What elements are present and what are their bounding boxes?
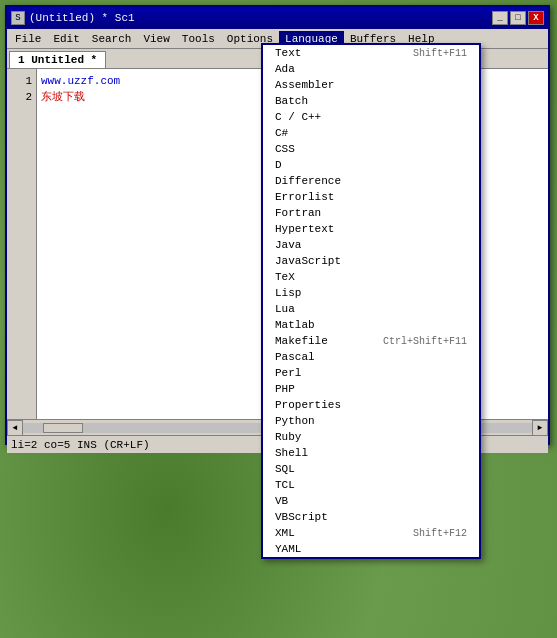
language-label: Python [275, 415, 315, 427]
language-item-lisp[interactable]: Lisp [263, 285, 479, 301]
language-label: Matlab [275, 319, 315, 331]
window-title: (Untitled) * Sc1 [29, 12, 135, 24]
language-item-c---c--[interactable]: C / C++ [263, 109, 479, 125]
line-numbers: 1 2 [7, 69, 37, 419]
shortcut-label: Shift+F12 [413, 528, 467, 539]
language-label: YAML [275, 543, 301, 555]
minimize-button[interactable]: _ [492, 11, 508, 25]
language-label: JavaScript [275, 255, 341, 267]
language-item-makefile[interactable]: MakefileCtrl+Shift+F11 [263, 333, 479, 349]
language-label: Makefile [275, 335, 328, 347]
scroll-left-button[interactable]: ◄ [7, 420, 23, 436]
language-item-assembler[interactable]: Assembler [263, 77, 479, 93]
window-controls: _ □ X [492, 11, 544, 25]
menu-edit[interactable]: Edit [47, 31, 85, 47]
language-label: Assembler [275, 79, 334, 91]
language-label: TCL [275, 479, 295, 491]
tab-untitled[interactable]: 1 Untitled * [9, 51, 106, 68]
language-item-xml[interactable]: XMLShift+F12 [263, 525, 479, 541]
language-label: CSS [275, 143, 295, 155]
line-num-2: 2 [7, 89, 36, 105]
language-label: Pascal [275, 351, 315, 363]
language-label: Text [275, 47, 301, 59]
menu-tools[interactable]: Tools [176, 31, 221, 47]
shortcut-label: Shift+F11 [413, 48, 467, 59]
language-item-tcl[interactable]: TCL [263, 477, 479, 493]
language-label: Ada [275, 63, 295, 75]
language-label: Ruby [275, 431, 301, 443]
language-item-d[interactable]: D [263, 157, 479, 173]
scroll-right-button[interactable]: ► [532, 420, 548, 436]
language-label: SQL [275, 463, 295, 475]
language-item-php[interactable]: PHP [263, 381, 479, 397]
language-item-matlab[interactable]: Matlab [263, 317, 479, 333]
language-item-shell[interactable]: Shell [263, 445, 479, 461]
language-item-javascript[interactable]: JavaScript [263, 253, 479, 269]
language-item-sql[interactable]: SQL [263, 461, 479, 477]
language-label: Fortran [275, 207, 321, 219]
language-item-difference[interactable]: Difference [263, 173, 479, 189]
language-item-c-[interactable]: C# [263, 125, 479, 141]
shortcut-label: Ctrl+Shift+F11 [383, 336, 467, 347]
language-item-fortran[interactable]: Fortran [263, 205, 479, 221]
language-item-java[interactable]: Java [263, 237, 479, 253]
language-label: Properties [275, 399, 341, 411]
menu-view[interactable]: View [137, 31, 175, 47]
language-label: VB [275, 495, 288, 507]
menu-search[interactable]: Search [86, 31, 138, 47]
language-label: D [275, 159, 282, 171]
language-item-batch[interactable]: Batch [263, 93, 479, 109]
app-icon: S [11, 11, 25, 25]
language-item-ada[interactable]: Ada [263, 61, 479, 77]
language-label: Batch [275, 95, 308, 107]
language-label: TeX [275, 271, 295, 283]
language-item-tex[interactable]: TeX [263, 269, 479, 285]
language-item-ruby[interactable]: Ruby [263, 429, 479, 445]
language-label: Difference [275, 175, 341, 187]
language-label: VBScript [275, 511, 328, 523]
language-item-yaml[interactable]: YAML [263, 541, 479, 557]
title-bar: S (Untitled) * Sc1 _ □ X [7, 7, 548, 29]
language-item-pascal[interactable]: Pascal [263, 349, 479, 365]
language-item-text[interactable]: TextShift+F11 [263, 45, 479, 61]
language-item-vb[interactable]: VB [263, 493, 479, 509]
language-item-css[interactable]: CSS [263, 141, 479, 157]
scrollbar-thumb[interactable] [43, 423, 83, 433]
language-item-hypertext[interactable]: Hypertext [263, 221, 479, 237]
status-text: li=2 co=5 INS (CR+LF) [11, 439, 150, 451]
language-label: Shell [275, 447, 308, 459]
language-label: Lisp [275, 287, 301, 299]
language-label: Hypertext [275, 223, 334, 235]
menu-file[interactable]: File [9, 31, 47, 47]
language-dropdown: TextShift+F11AdaAssemblerBatchC / C++C#C… [261, 43, 481, 559]
language-label: C / C++ [275, 111, 321, 123]
language-label: XML [275, 527, 295, 539]
close-button[interactable]: X [528, 11, 544, 25]
language-label: Errorlist [275, 191, 334, 203]
line-num-1: 1 [7, 73, 36, 89]
language-item-errorlist[interactable]: Errorlist [263, 189, 479, 205]
maximize-button[interactable]: □ [510, 11, 526, 25]
language-item-perl[interactable]: Perl [263, 365, 479, 381]
language-label: Lua [275, 303, 295, 315]
language-item-properties[interactable]: Properties [263, 397, 479, 413]
language-label: Perl [275, 367, 301, 379]
language-label: Java [275, 239, 301, 251]
language-item-lua[interactable]: Lua [263, 301, 479, 317]
language-label: PHP [275, 383, 295, 395]
language-item-python[interactable]: Python [263, 413, 479, 429]
language-item-vbscript[interactable]: VBScript [263, 509, 479, 525]
title-bar-left: S (Untitled) * Sc1 [11, 11, 135, 25]
language-label: C# [275, 127, 288, 139]
